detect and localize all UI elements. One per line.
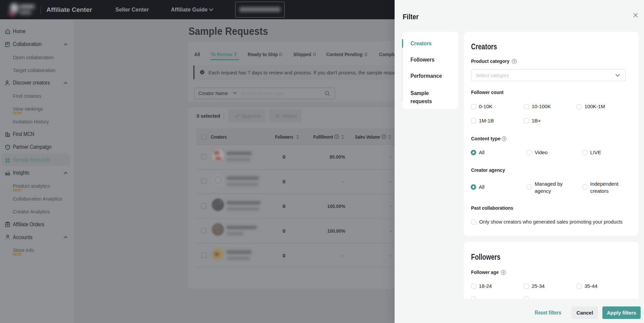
svg-text:?: ? bbox=[503, 271, 505, 274]
svg-text:?: ? bbox=[336, 135, 338, 138]
svg-text:?: ? bbox=[513, 60, 515, 63]
svg-text:?: ? bbox=[383, 135, 385, 138]
svg-text:?: ? bbox=[503, 137, 505, 141]
